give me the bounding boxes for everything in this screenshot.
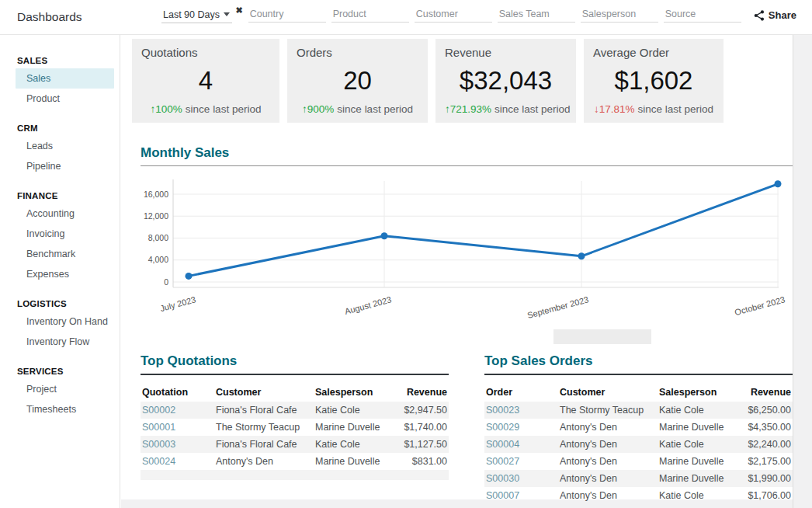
monthly-sales-chart: 04,0008,00012,00016,000July 2023August 2… [141,173,793,321]
sidebar-section-title: SERVICES [17,367,120,376]
record-link[interactable]: S00007 [484,487,558,504]
data-point [775,180,782,187]
sidebar-item-timesheets[interactable]: Timesheets [16,399,114,419]
table-row: S00027Antony's DenMarine Duvelle$2,175.0… [484,453,793,470]
table-row: S00030Antony's DenMarine Duvelle$1,990.0… [484,470,793,487]
product-filter-input[interactable] [331,7,409,23]
close-icon[interactable]: ✖ [235,5,242,16]
record-link[interactable]: S00024 [141,453,214,470]
kpi-card-quotations: Quotations4↑100%since last period [132,39,279,123]
table-cell: Marine Duvelle [314,419,399,436]
kpi-label: Revenue [445,46,567,59]
kpi-value: $32,043 [445,68,567,95]
country-filter-input[interactable] [248,7,326,23]
record-link[interactable]: S00003 [141,436,214,453]
sidebar-section-title: LOGISTICS [17,299,120,308]
table-cell: Antony's Den [558,470,658,487]
sidebar-item-benchmark[interactable]: Benchmark [16,244,114,264]
kpi-delta: ↑100%since last period [141,103,270,115]
kpi-card-average-order: Average Order$1,602↓17.81%since last per… [584,39,724,123]
table-cell: The Stormy Teacup [214,419,314,436]
y-tick-label: 8,000 [148,233,168,242]
sidebar-section-sales: SALESSalesProduct [0,56,120,109]
kpi-delta-suffix: since last period [494,103,571,115]
arrow-down-icon: ↓ [594,103,599,115]
table-row: S00002Fiona's Floral CafeKatie Cole$2,94… [141,402,449,419]
share-button[interactable]: Share [754,9,796,21]
table-cell: $1,127.50 [399,436,449,453]
scrollbar-handle[interactable] [553,329,651,344]
table-cell: Marine Duvelle [658,453,743,470]
sidebar-item-expenses[interactable]: Expenses [16,264,114,284]
sidebar: SALESSalesProductCRMLeadsPipelineFINANCE… [0,35,120,508]
table-row: S00023The Stormy TeacupKatie Cole$6,250.… [484,402,793,419]
record-link[interactable]: S00029 [484,419,558,436]
sidebar-item-leads[interactable]: Leads [16,136,114,156]
y-tick-label: 4,000 [148,255,168,264]
table-cell: $2,240.00 [743,436,793,453]
record-link[interactable]: S00001 [141,419,214,436]
kpi-value: $1,602 [593,68,714,95]
sales-line-series [189,184,778,277]
sheet-right-margin [793,35,812,508]
table-cell: Antony's Den [214,453,314,470]
table-cell: Antony's Den [558,419,658,436]
sales-team-filter-input[interactable] [498,7,575,23]
table-cell: $4,350.00 [743,419,793,436]
record-link[interactable]: S00002 [141,402,214,419]
data-point [186,273,193,280]
record-link[interactable]: S00027 [484,453,558,470]
sidebar-item-accounting[interactable]: Accounting [16,204,114,224]
table-cell: Fiona's Floral Cafe [214,436,314,453]
sidebar-item-inventory-flow[interactable]: Inventory Flow [16,332,114,352]
customer-filter-input[interactable] [415,7,492,23]
table-row: S00024Antony's DenMarine Duvelle$831.00 [141,453,449,470]
record-link[interactable]: S00023 [484,402,558,419]
share-label: Share [769,9,796,21]
table-cell: $6,250.00 [743,402,793,419]
kpi-row: Quotations4↑100%since last periodOrders2… [132,39,724,123]
top-quotations-table: QuotationCustomerSalespersonRevenueS0000… [141,384,449,470]
line-chart-svg: 04,0008,00012,00016,000July 2023August 2… [141,173,793,321]
record-link[interactable]: S00004 [484,436,558,453]
kpi-delta-percent: 900% [307,103,335,115]
table-cell: Marine Duvelle [658,470,743,487]
kpi-delta: ↑721.93%since last period [445,103,567,115]
kpi-label: Orders [297,46,418,59]
salesperson-filter-input[interactable] [581,7,658,23]
table-cell: $1,740.00 [399,419,449,436]
kpi-label: Quotations [141,46,270,59]
share-icon [754,10,765,21]
table-cell: Katie Cole [658,436,743,453]
kpi-delta-percent: 17.81% [599,103,635,115]
active-filter-label: Last 90 Days [163,9,220,20]
kpi-delta-percent: 100% [155,103,182,115]
sidebar-item-pipeline[interactable]: Pipeline [16,156,114,176]
sidebar-section-services: SERVICESProjectTimesheets [0,367,120,419]
kpi-delta-suffix: since last period [337,103,413,115]
kpi-delta-suffix: since last period [637,103,713,115]
table-header-row: QuotationCustomerSalespersonRevenue [141,384,449,402]
sidebar-item-inventory-on-hand[interactable]: Inventory On Hand [16,311,114,332]
table-cell: Marine Duvelle [658,419,743,436]
sidebar-item-project[interactable]: Project [16,379,114,399]
x-tick-label: July 2023 [159,294,197,313]
sidebar-item-product[interactable]: Product [16,89,114,109]
filter-bar: Last 90 Days ✖ [161,7,741,23]
table-header-row: OrderCustomerSalespersonRevenue [484,384,793,402]
active-date-filter[interactable]: Last 90 Days ✖ [161,7,243,21]
column-header-salesperson: Salesperson [658,384,743,402]
sidebar-item-invoicing[interactable]: Invoicing [16,224,114,244]
column-header-order: Order [484,384,558,402]
sidebar-item-sales[interactable]: Sales [16,68,114,89]
table-cell: Antony's Den [558,453,658,470]
table-row: S00029Antony's DenMarine Duvelle$4,350.0… [484,419,793,436]
sidebar-section-title: CRM [17,124,120,133]
source-filter-input[interactable] [664,7,741,23]
column-header-revenue: Revenue [743,384,793,402]
kpi-delta: ↑900%since last period [297,103,418,115]
sidebar-section-finance: FINANCEAccountingInvoicingBenchmarkExpen… [0,191,120,284]
record-link[interactable]: S00030 [484,470,558,487]
table-title: Top Sales Orders [484,353,793,375]
table-row: S00001The Stormy TeacupMarine Duvelle$1,… [141,419,449,436]
